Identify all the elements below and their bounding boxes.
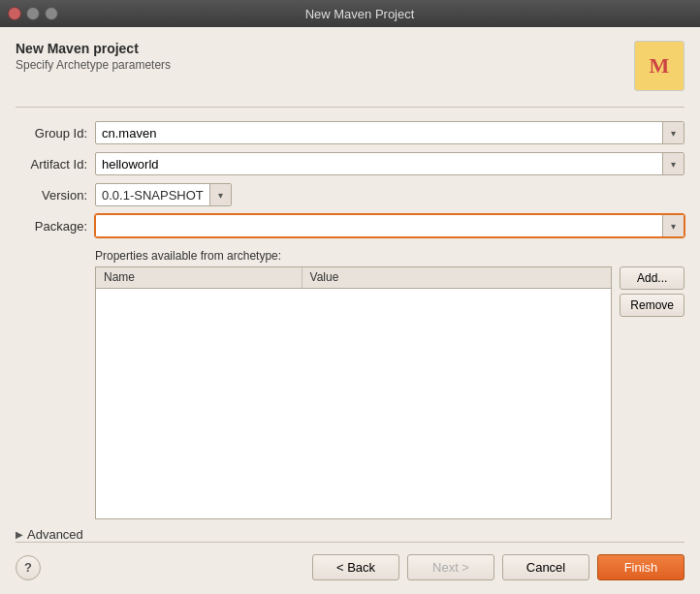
group-id-input[interactable] (96, 122, 662, 143)
group-id-dropdown-arrow[interactable]: ▾ (662, 122, 684, 143)
artifact-id-label: Artifact Id: (16, 157, 95, 172)
dialog-subtitle: Specify Archetype parameters (16, 58, 634, 72)
version-dropdown-arrow[interactable]: ▾ (209, 183, 231, 206)
group-id-row: Group Id: ▾ (16, 121, 684, 144)
package-dropdown-arrow[interactable]: ▾ (662, 215, 684, 236)
package-input[interactable] (96, 215, 662, 236)
package-row: Package: ▾ (16, 214, 684, 237)
add-button[interactable]: Add... (620, 266, 684, 290)
next-button[interactable]: Next > (407, 554, 494, 580)
close-button[interactable] (8, 7, 21, 20)
artifact-id-input[interactable] (96, 153, 662, 174)
maximize-button[interactable] (45, 7, 58, 20)
window-controls[interactable] (8, 7, 58, 20)
version-row: Version: 0.0.1-SNAPSHOT ▾ (16, 183, 684, 206)
header-separator (16, 107, 684, 108)
artifact-id-input-wrapper: ▾ (95, 152, 684, 175)
minimize-button[interactable] (26, 7, 40, 20)
title-bar: New Maven Project (0, 0, 700, 27)
advanced-section[interactable]: ▶ Advanced (16, 527, 684, 542)
version-combo[interactable]: 0.0.1-SNAPSHOT ▾ (95, 183, 232, 206)
maven-logo: M (634, 41, 684, 91)
finish-button[interactable]: Finish (597, 554, 684, 580)
version-input-wrapper: 0.0.1-SNAPSHOT ▾ (95, 183, 684, 206)
table-header: Name Value (96, 267, 611, 289)
advanced-label: Advanced (27, 527, 83, 542)
version-value: 0.0.1-SNAPSHOT (96, 188, 209, 203)
package-combo[interactable]: ▾ (95, 214, 684, 237)
group-id-combo[interactable]: ▾ (95, 121, 684, 144)
cancel-button[interactable]: Cancel (502, 554, 589, 580)
table-body (96, 289, 611, 518)
form-section: Group Id: ▾ Artifact Id: ▾ Version: (16, 121, 684, 237)
package-input-wrapper: ▾ (95, 214, 684, 237)
table-header-name: Name (96, 267, 302, 288)
group-id-label: Group Id: (16, 126, 95, 141)
version-label: Version: (16, 188, 95, 203)
header-text: New Maven project Specify Archetype para… (16, 41, 634, 72)
help-button[interactable]: ? (16, 555, 41, 580)
back-button[interactable]: < Back (312, 554, 399, 580)
button-row: ? < Back Next > Cancel Finish (16, 554, 684, 580)
dialog-content: New Maven project Specify Archetype para… (0, 27, 700, 594)
properties-label: Properties available from archetype: (95, 249, 684, 263)
package-label: Package: (16, 219, 95, 234)
table-header-value: Value (302, 267, 612, 288)
advanced-arrow-icon: ▶ (16, 529, 23, 540)
properties-table: Name Value (95, 266, 612, 519)
window-title: New Maven Project (66, 7, 653, 21)
artifact-id-dropdown-arrow[interactable]: ▾ (662, 153, 684, 174)
table-side-buttons: Add... Remove (620, 266, 684, 519)
artifact-id-row: Artifact Id: ▾ (16, 152, 684, 175)
properties-table-container: Name Value Add... Remove (95, 266, 684, 519)
dialog-title: New Maven project (16, 41, 634, 56)
header-section: New Maven project Specify Archetype para… (16, 41, 684, 91)
remove-button[interactable]: Remove (620, 294, 684, 317)
artifact-id-combo[interactable]: ▾ (95, 152, 684, 175)
bottom-separator (16, 542, 684, 543)
group-id-input-wrapper: ▾ (95, 121, 684, 144)
